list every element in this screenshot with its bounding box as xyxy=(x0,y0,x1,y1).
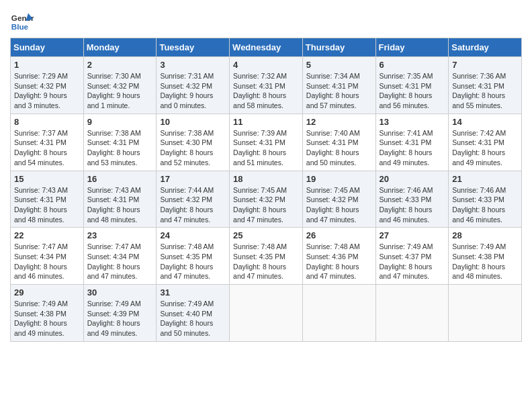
day-cell: 30Sunrise: 7:49 AMSunset: 4:39 PMDayligh… xyxy=(83,285,157,342)
day-cell: 7Sunrise: 7:36 AMSunset: 4:31 PMDaylight… xyxy=(449,57,522,114)
day-cell xyxy=(302,285,375,342)
day-number: 13 xyxy=(380,117,445,127)
week-row-2: 8Sunrise: 7:37 AMSunset: 4:31 PMDaylight… xyxy=(11,113,522,171)
day-detail: Sunrise: 7:40 AMSunset: 4:31 PMDaylight:… xyxy=(306,128,372,168)
day-number: 5 xyxy=(306,60,372,70)
day-detail: Sunrise: 7:38 AMSunset: 4:31 PMDaylight:… xyxy=(87,128,153,168)
day-number: 11 xyxy=(233,117,299,127)
day-detail: Sunrise: 7:46 AMSunset: 4:33 PMDaylight:… xyxy=(380,185,445,225)
day-cell: 15Sunrise: 7:43 AMSunset: 4:31 PMDayligh… xyxy=(11,171,84,228)
day-number: 9 xyxy=(87,117,153,127)
day-number: 17 xyxy=(160,174,226,184)
day-number: 22 xyxy=(14,230,80,240)
day-cell: 31Sunrise: 7:49 AMSunset: 4:40 PMDayligh… xyxy=(157,285,230,342)
day-number: 18 xyxy=(233,174,299,184)
day-number: 4 xyxy=(233,60,299,70)
day-detail: Sunrise: 7:48 AMSunset: 4:36 PMDaylight:… xyxy=(306,242,372,281)
header-row: SundayMondayTuesdayWednesdayThursdayFrid… xyxy=(11,38,522,57)
day-detail: Sunrise: 7:45 AMSunset: 4:32 PMDaylight:… xyxy=(306,185,372,225)
header-tuesday: Tuesday xyxy=(157,38,230,57)
day-detail: Sunrise: 7:48 AMSunset: 4:35 PMDaylight:… xyxy=(160,242,226,281)
header-monday: Monday xyxy=(83,38,157,57)
day-cell: 11Sunrise: 7:39 AMSunset: 4:31 PMDayligh… xyxy=(230,113,303,171)
day-number: 27 xyxy=(380,230,445,240)
day-number: 31 xyxy=(160,287,226,298)
day-cell: 23Sunrise: 7:47 AMSunset: 4:34 PMDayligh… xyxy=(83,228,157,285)
week-row-5: 29Sunrise: 7:49 AMSunset: 4:38 PMDayligh… xyxy=(11,285,522,342)
day-number: 15 xyxy=(14,174,80,184)
calendar-table: SundayMondayTuesdayWednesdayThursdayFrid… xyxy=(10,38,522,342)
day-detail: Sunrise: 7:42 AMSunset: 4:31 PMDaylight:… xyxy=(452,128,518,168)
day-number: 3 xyxy=(160,60,226,70)
day-cell: 10Sunrise: 7:38 AMSunset: 4:30 PMDayligh… xyxy=(157,113,230,171)
day-cell: 13Sunrise: 7:41 AMSunset: 4:31 PMDayligh… xyxy=(375,113,449,171)
day-detail: Sunrise: 7:36 AMSunset: 4:31 PMDaylight:… xyxy=(452,71,518,111)
day-detail: Sunrise: 7:29 AMSunset: 4:32 PMDaylight:… xyxy=(14,71,80,111)
day-number: 2 xyxy=(87,60,153,70)
svg-text:Blue: Blue xyxy=(11,22,29,31)
day-number: 19 xyxy=(306,174,372,184)
day-detail: Sunrise: 7:44 AMSunset: 4:32 PMDaylight:… xyxy=(160,185,226,225)
day-detail: Sunrise: 7:41 AMSunset: 4:31 PMDaylight:… xyxy=(380,128,445,168)
day-detail: Sunrise: 7:43 AMSunset: 4:31 PMDaylight:… xyxy=(87,185,153,225)
header-friday: Friday xyxy=(375,38,449,57)
day-detail: Sunrise: 7:49 AMSunset: 4:38 PMDaylight:… xyxy=(452,242,518,281)
day-number: 7 xyxy=(452,60,518,70)
day-detail: Sunrise: 7:43 AMSunset: 4:31 PMDaylight:… xyxy=(14,185,80,225)
day-cell: 20Sunrise: 7:46 AMSunset: 4:33 PMDayligh… xyxy=(375,171,449,228)
day-cell: 3Sunrise: 7:31 AMSunset: 4:32 PMDaylight… xyxy=(157,57,230,114)
day-detail: Sunrise: 7:39 AMSunset: 4:31 PMDaylight:… xyxy=(233,128,299,168)
day-number: 29 xyxy=(14,287,80,298)
day-detail: Sunrise: 7:49 AMSunset: 4:37 PMDaylight:… xyxy=(380,242,445,281)
day-cell xyxy=(230,285,303,342)
day-detail: Sunrise: 7:31 AMSunset: 4:32 PMDaylight:… xyxy=(160,71,226,111)
week-row-4: 22Sunrise: 7:47 AMSunset: 4:34 PMDayligh… xyxy=(11,228,522,285)
day-detail: Sunrise: 7:49 AMSunset: 4:40 PMDaylight:… xyxy=(160,299,226,338)
day-number: 8 xyxy=(14,117,80,127)
day-cell: 24Sunrise: 7:48 AMSunset: 4:35 PMDayligh… xyxy=(157,228,230,285)
day-number: 25 xyxy=(233,230,299,240)
day-cell: 4Sunrise: 7:32 AMSunset: 4:31 PMDaylight… xyxy=(230,57,303,114)
logo: General Blue xyxy=(10,10,34,34)
day-cell: 22Sunrise: 7:47 AMSunset: 4:34 PMDayligh… xyxy=(11,228,84,285)
day-detail: Sunrise: 7:30 AMSunset: 4:32 PMDaylight:… xyxy=(87,71,153,111)
week-row-3: 15Sunrise: 7:43 AMSunset: 4:31 PMDayligh… xyxy=(11,171,522,228)
day-cell: 28Sunrise: 7:49 AMSunset: 4:38 PMDayligh… xyxy=(449,228,522,285)
day-cell: 8Sunrise: 7:37 AMSunset: 4:31 PMDaylight… xyxy=(11,113,84,171)
day-detail: Sunrise: 7:46 AMSunset: 4:33 PMDaylight:… xyxy=(452,185,518,225)
day-cell: 9Sunrise: 7:38 AMSunset: 4:31 PMDaylight… xyxy=(83,113,157,171)
day-detail: Sunrise: 7:48 AMSunset: 4:35 PMDaylight:… xyxy=(233,242,299,281)
page-header: General Blue xyxy=(10,10,522,34)
day-cell: 14Sunrise: 7:42 AMSunset: 4:31 PMDayligh… xyxy=(449,113,522,171)
day-cell: 1Sunrise: 7:29 AMSunset: 4:32 PMDaylight… xyxy=(11,57,84,114)
day-cell: 18Sunrise: 7:45 AMSunset: 4:32 PMDayligh… xyxy=(230,171,303,228)
day-detail: Sunrise: 7:49 AMSunset: 4:39 PMDaylight:… xyxy=(87,299,153,338)
day-number: 20 xyxy=(380,174,445,184)
day-number: 16 xyxy=(87,174,153,184)
day-cell xyxy=(375,285,449,342)
day-cell: 2Sunrise: 7:30 AMSunset: 4:32 PMDaylight… xyxy=(83,57,157,114)
day-cell: 21Sunrise: 7:46 AMSunset: 4:33 PMDayligh… xyxy=(449,171,522,228)
day-detail: Sunrise: 7:47 AMSunset: 4:34 PMDaylight:… xyxy=(87,242,153,281)
day-detail: Sunrise: 7:37 AMSunset: 4:31 PMDaylight:… xyxy=(14,128,80,168)
day-detail: Sunrise: 7:35 AMSunset: 4:31 PMDaylight:… xyxy=(380,71,445,111)
day-number: 30 xyxy=(87,287,153,298)
header-wednesday: Wednesday xyxy=(230,38,303,57)
day-cell: 12Sunrise: 7:40 AMSunset: 4:31 PMDayligh… xyxy=(302,113,375,171)
day-cell: 17Sunrise: 7:44 AMSunset: 4:32 PMDayligh… xyxy=(157,171,230,228)
day-detail: Sunrise: 7:38 AMSunset: 4:30 PMDaylight:… xyxy=(160,128,226,168)
day-detail: Sunrise: 7:47 AMSunset: 4:34 PMDaylight:… xyxy=(14,242,80,281)
day-detail: Sunrise: 7:32 AMSunset: 4:31 PMDaylight:… xyxy=(233,71,299,111)
day-number: 6 xyxy=(380,60,445,70)
day-cell: 27Sunrise: 7:49 AMSunset: 4:37 PMDayligh… xyxy=(375,228,449,285)
day-cell: 5Sunrise: 7:34 AMSunset: 4:31 PMDaylight… xyxy=(302,57,375,114)
day-cell: 29Sunrise: 7:49 AMSunset: 4:38 PMDayligh… xyxy=(11,285,84,342)
day-cell xyxy=(449,285,522,342)
day-cell: 25Sunrise: 7:48 AMSunset: 4:35 PMDayligh… xyxy=(230,228,303,285)
day-cell: 16Sunrise: 7:43 AMSunset: 4:31 PMDayligh… xyxy=(83,171,157,228)
day-detail: Sunrise: 7:45 AMSunset: 4:32 PMDaylight:… xyxy=(233,185,299,225)
day-number: 26 xyxy=(306,230,372,240)
day-detail: Sunrise: 7:34 AMSunset: 4:31 PMDaylight:… xyxy=(306,71,372,111)
day-number: 21 xyxy=(452,174,518,184)
day-detail: Sunrise: 7:49 AMSunset: 4:38 PMDaylight:… xyxy=(14,299,80,338)
